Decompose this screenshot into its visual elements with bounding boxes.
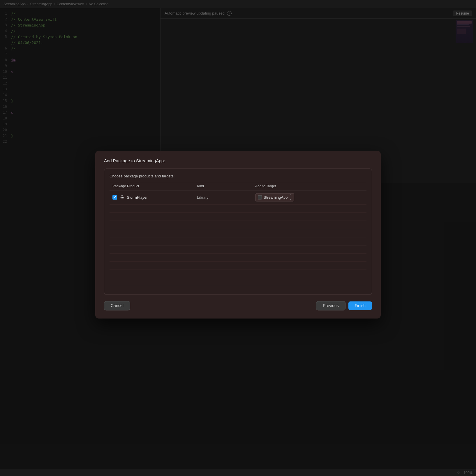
table-row: 🏛 StormPlayer Library StreamingApp ⌃⌄ xyxy=(110,190,366,204)
target-cell[interactable]: StreamingApp ⌃⌄ xyxy=(252,190,366,204)
target-checkbox[interactable] xyxy=(258,195,262,199)
table-row-empty-6 xyxy=(110,245,366,253)
table-row-empty-8 xyxy=(110,262,366,270)
product-checkbox[interactable] xyxy=(112,195,117,200)
table-row-empty-1 xyxy=(110,204,366,213)
table-row-empty-7 xyxy=(110,253,366,262)
footer-right-buttons: Previous Finish xyxy=(316,301,372,310)
finish-button[interactable]: Finish xyxy=(348,301,372,310)
col-header-product: Package Product xyxy=(110,182,194,190)
panel-subtitle: Choose package products and targets: xyxy=(110,174,366,178)
table-row-empty-11 xyxy=(110,286,366,294)
table-row-empty-2 xyxy=(110,213,366,221)
table-row-empty-10 xyxy=(110,278,366,286)
package-icon: 🏛 xyxy=(120,195,124,200)
stepper-arrows-icon[interactable]: ⌃⌄ xyxy=(289,194,292,200)
product-cell[interactable]: 🏛 StormPlayer xyxy=(110,190,194,204)
add-package-modal: Add Package to StreamingApp: Choose pack… xyxy=(95,151,381,318)
kind-cell: Library xyxy=(194,190,252,204)
modal-panel: Choose package products and targets: Pac… xyxy=(104,168,372,295)
table-row-empty-3 xyxy=(110,221,366,229)
previous-button[interactable]: Previous xyxy=(316,301,345,310)
col-header-kind: Kind xyxy=(194,182,252,190)
target-selector[interactable]: StreamingApp ⌃⌄ xyxy=(255,193,294,201)
table-row-empty-4 xyxy=(110,229,366,237)
target-name: StreamingApp xyxy=(264,195,288,200)
table-row-empty-9 xyxy=(110,270,366,278)
modal-footer: Cancel Previous Finish xyxy=(104,301,372,310)
product-name: StormPlayer xyxy=(127,195,148,200)
modal-title: Add Package to StreamingApp: xyxy=(104,158,372,163)
col-header-target: Add to Target xyxy=(252,182,366,190)
cancel-button[interactable]: Cancel xyxy=(104,301,130,310)
package-table: Package Product Kind Add to Target 🏛 Sto… xyxy=(110,182,366,294)
table-row-empty-5 xyxy=(110,237,366,245)
